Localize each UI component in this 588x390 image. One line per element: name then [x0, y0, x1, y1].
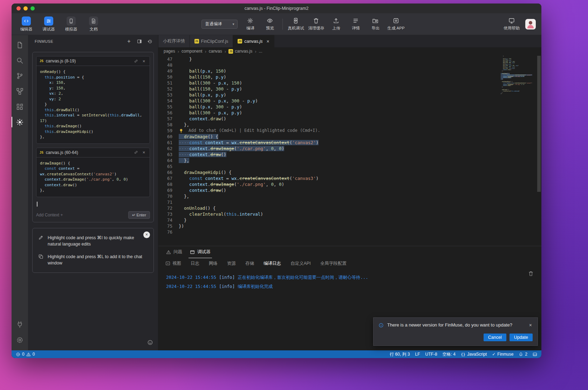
code-line[interactable]: 66 drawImageHidpi() { — [158, 169, 496, 175]
code-line[interactable]: 55 ball(p.x, 300 - p.y) — [158, 104, 496, 110]
panel-subtab-5[interactable]: 编译日志 — [264, 261, 281, 267]
activity-extensions[interactable] — [12, 99, 28, 114]
link-icon[interactable] — [134, 59, 139, 64]
notifications-bell[interactable]: 2 — [519, 352, 527, 357]
clear-logs-trash-icon[interactable] — [528, 271, 534, 276]
close-icon[interactable]: × — [141, 150, 146, 155]
titlebar[interactable]: canvas.js - FinClip-Miniprogram2 — [12, 4, 541, 13]
panel-subtab-1[interactable]: 日志 — [191, 261, 199, 267]
code-line[interactable]: 48 — [158, 62, 496, 68]
panel-tab-0[interactable]: 问题 — [165, 246, 184, 258]
breadcrumb-item[interactable]: component — [182, 49, 202, 54]
editor-tab-1[interactable]: JSFinClipConf.js — [190, 35, 233, 47]
code-line[interactable]: 70 }, — [158, 193, 496, 199]
breadcrumb-item[interactable]: ... — [259, 49, 262, 54]
inline-chat-hint[interactable]: Add to chat (Cmd+L) | Edit highlighted c… — [179, 128, 320, 134]
add-context-button[interactable]: Add Context + — [36, 213, 128, 217]
breadcrumb-item[interactable]: canvas — [209, 49, 222, 54]
problems-status[interactable]: 0 0 — [16, 352, 35, 357]
code-line[interactable]: 47 } — [158, 56, 496, 62]
code-line[interactable]: 73 clearInterval(this.interval) — [158, 211, 496, 217]
language-indicator[interactable]: {} JavaScript — [461, 352, 487, 357]
code-line[interactable]: 67 const context = wx.createCanvasContex… — [158, 175, 496, 181]
code-line[interactable]: 60 drawImage() { — [158, 134, 496, 140]
panel-subtab-7[interactable]: 全局字段配置 — [320, 261, 347, 267]
panel-subtab-6[interactable]: 自定义API — [290, 261, 311, 267]
update-button[interactable]: Update — [510, 334, 533, 341]
history-button[interactable] — [147, 38, 153, 45]
link-icon[interactable] — [134, 150, 139, 155]
breadcrumb-item[interactable]: JScanvas.js — [228, 49, 252, 54]
code-line[interactable]: 61····const context = wx.createCanvasCon… — [158, 140, 496, 146]
code-line[interactable]: 59Add to chat (Cmd+L) | Edit highlighted… — [158, 128, 496, 134]
enter-button[interactable]: ↵ Enter — [128, 211, 150, 219]
activity-structure[interactable] — [12, 83, 28, 99]
activity-plug[interactable] — [12, 317, 28, 332]
panel-subtab-0[interactable]: 视图 — [165, 261, 181, 267]
user-avatar[interactable] — [525, 19, 536, 29]
code-line[interactable]: 57 context.draw() — [158, 116, 496, 122]
toolbar-button-upload[interactable]: 上传 — [328, 18, 344, 31]
activity-finmuse[interactable] — [12, 114, 28, 130]
tips-close-button[interactable]: × — [143, 231, 150, 238]
code-line[interactable]: 54 ball(300 - p.x, 300 - p.y) — [158, 98, 496, 104]
toolbar-button-preview[interactable]: 预览 — [262, 18, 278, 31]
formatter-indicator[interactable]: ✓ Finmuse — [492, 352, 513, 357]
code-line[interactable]: 76 — [158, 229, 496, 235]
chat-input-box[interactable]: JScanvas.js (8-19)×onReady() { this.posi… — [32, 52, 154, 222]
minimize-window-button[interactable] — [23, 6, 28, 11]
toolbar-button-debugger[interactable]: 调试器 — [40, 16, 58, 32]
code-line[interactable]: 62····context.drawImage('./car.png', 0, … — [158, 146, 496, 152]
activity-explorer[interactable] — [12, 37, 28, 53]
cancel-button[interactable]: Cancel — [484, 334, 506, 341]
toolbar-button-generate-app[interactable]: 生成 APP — [387, 18, 404, 31]
code-line[interactable]: 75}) — [158, 223, 496, 229]
open-panel-button[interactable] — [136, 38, 143, 45]
new-chat-button[interactable]: + — [126, 38, 132, 45]
editor-scrollbar[interactable] — [536, 55, 541, 246]
help-button[interactable]: 使用帮助 — [504, 18, 520, 31]
chat-input[interactable] — [36, 201, 150, 207]
eol-indicator[interactable]: LF — [415, 352, 420, 357]
activity-source-control[interactable] — [12, 68, 28, 83]
panel-subtab-3[interactable]: 资源 — [227, 261, 236, 267]
breadcrumb-item[interactable]: pages — [164, 49, 175, 54]
code-line[interactable]: 52 ball(150, 300 - p.y) — [158, 86, 496, 92]
toolbar-button-device-debug[interactable]: 真机调试 — [288, 18, 304, 31]
panel-subtab-4[interactable]: 存储 — [245, 261, 254, 267]
editor-tab-0[interactable]: 小程序详情 — [158, 35, 190, 47]
zoom-window-button[interactable] — [30, 6, 35, 11]
code-line[interactable]: 74 } — [158, 217, 496, 223]
code-line[interactable]: 69 context.draw() — [158, 187, 496, 193]
layout-icon[interactable] — [533, 352, 537, 357]
minimap[interactable]: } ball(p.x, 150) ball(150, p.y) ball(300… — [500, 55, 536, 246]
encoding-indicator[interactable]: UTF-8 — [425, 352, 437, 357]
code-line[interactable]: 51 ball(300 - p.x, 150) — [158, 80, 496, 86]
code-line[interactable]: 49 ball(p.x, 150) — [158, 68, 496, 74]
code-line[interactable]: 64 }, — [158, 157, 496, 163]
code-line[interactable]: 63····context.draw() — [158, 152, 496, 157]
code-line[interactable]: 50 ball(150, p.y) — [158, 74, 496, 80]
code-line[interactable]: 65 — [158, 163, 496, 169]
toolbar-button-docs[interactable]: 文档 — [84, 16, 103, 32]
toolbar-button-compile[interactable]: 编译 — [242, 18, 258, 31]
activity-settings[interactable] — [12, 332, 28, 348]
notification-close-icon[interactable]: × — [528, 322, 533, 328]
toolbar-button-clean-cache[interactable]: 清理缓存 — [308, 18, 324, 31]
code-editor[interactable]: 47 }4849 ball(p.x, 150)50 ball(150, p.y)… — [158, 55, 541, 246]
code-line[interactable]: 58 }, — [158, 122, 496, 128]
cursor-position[interactable]: 行 60, 列 3 — [390, 351, 410, 357]
editor-tab-2[interactable]: JScanvas.js× — [233, 35, 274, 47]
scrollbar-thumb[interactable] — [537, 56, 541, 192]
close-tab-icon[interactable]: × — [266, 39, 269, 44]
code-line[interactable]: 56 ball(300 - p.x, p.y) — [158, 110, 496, 116]
panel-tab-1[interactable]: 调试器 — [189, 246, 212, 258]
close-icon[interactable]: × — [141, 59, 146, 64]
code-line[interactable]: 53 ball(p.x, p.y) — [158, 92, 496, 98]
close-window-button[interactable] — [16, 6, 21, 11]
code-line[interactable]: 72 onUnload() { — [158, 205, 496, 211]
toolbar-button-details[interactable]: 详情 — [348, 18, 363, 31]
code-line[interactable]: 71 — [158, 199, 496, 205]
indent-indicator[interactable]: 空格: 4 — [443, 351, 456, 357]
feedback-smiley-icon[interactable] — [147, 339, 153, 347]
